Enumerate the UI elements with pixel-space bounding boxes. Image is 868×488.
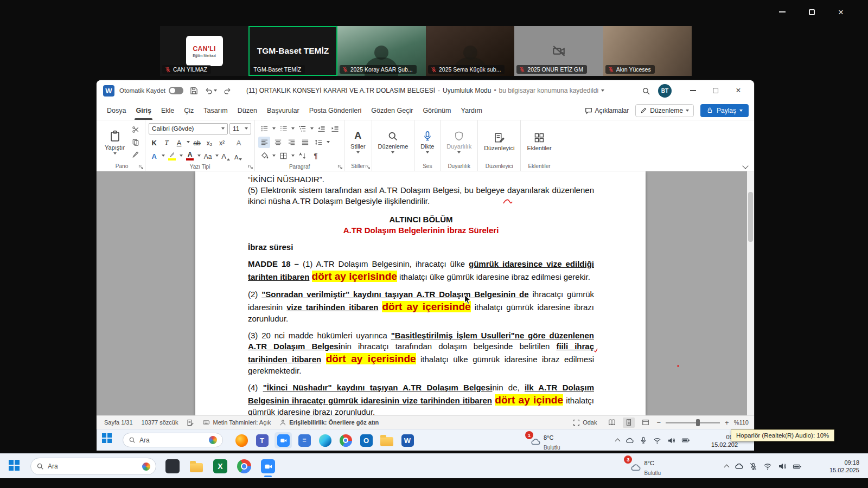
align-right-button[interactable]	[285, 137, 297, 148]
strikethrough-button[interactable]: ab	[192, 137, 202, 148]
comments-button[interactable]: Açıklamalar	[585, 107, 629, 114]
tab-ciz[interactable]: Çiz	[179, 101, 199, 120]
redo-button[interactable]	[224, 87, 232, 95]
editing-mode-button[interactable]: Düzenleme	[635, 104, 694, 117]
wifi-icon[interactable]	[653, 436, 661, 445]
document-page[interactable]: “İKİNCİ NÜSHADIR”. (5) Elektronik sistem…	[195, 171, 646, 415]
tab-dosya[interactable]: Dosya	[102, 101, 131, 120]
italic-button[interactable]: T	[161, 137, 172, 148]
taskbar-excel-icon[interactable]: X	[212, 458, 229, 475]
vertical-scrollbar[interactable]	[747, 171, 754, 415]
font-color-button[interactable]: A	[184, 150, 195, 162]
video-tile-active-speaker[interactable]: TGM-Baset TEMİZ TGM-Baset TEMİZ	[248, 26, 337, 76]
doc-paragraph[interactable]: “İKİNCİ NÜSHADIR”.	[248, 174, 594, 185]
web-layout-button[interactable]	[640, 418, 652, 428]
zoom-level[interactable]: %110	[734, 419, 749, 426]
weather-widget[interactable]: 3 8°CBulutlu	[630, 458, 661, 477]
tab-posta-gonderileri[interactable]: Posta Gönderileri	[304, 101, 367, 120]
tab-gozden-gecir[interactable]: Gözden Geçir	[366, 101, 418, 120]
undo-button[interactable]	[205, 87, 217, 95]
taskbar-teams-icon[interactable]: T	[254, 432, 270, 448]
word-minimize-button[interactable]	[681, 81, 704, 100]
numbered-list-button[interactable]	[277, 123, 289, 134]
volume-icon[interactable]	[778, 462, 787, 471]
collapse-ribbon-chevron-icon[interactable]	[742, 163, 748, 169]
taskbar-word-icon[interactable]: W	[399, 432, 416, 448]
shading-button[interactable]	[258, 150, 270, 162]
video-tile[interactable]: CAN'LI Eğitim Merkezi CAN YILMAZ	[160, 26, 248, 76]
tray-overflow-chevron-icon[interactable]	[615, 439, 621, 444]
zoom-slider[interactable]	[666, 422, 720, 423]
align-left-button[interactable]	[258, 137, 270, 148]
doc-paragraph[interactable]: (4) "İkinci Nüshadır" kaydını taşıyan A.…	[248, 382, 594, 415]
superscript-button[interactable]: x²	[216, 137, 227, 148]
battery-icon[interactable]	[793, 462, 802, 471]
underline-button[interactable]: A	[174, 137, 184, 148]
word-count[interactable]: 10377 sözcük	[137, 419, 183, 426]
paste-button[interactable]: Yapıştır	[102, 129, 127, 156]
bullet-list-button[interactable]	[258, 123, 270, 134]
taskbar-zoom-icon-active[interactable]	[259, 458, 277, 475]
taskbar-zoom-icon-active[interactable]	[275, 432, 292, 448]
cut-button[interactable]	[130, 124, 142, 135]
video-tile[interactable]: 2025 ONUR ETİZ GM	[514, 26, 603, 76]
text-effects-button[interactable]: A	[149, 150, 159, 162]
font-size-select[interactable]: 11	[229, 123, 251, 134]
tab-basvurular[interactable]: Başvurular	[262, 101, 304, 120]
minimize-button[interactable]	[777, 7, 788, 17]
borders-button[interactable]	[277, 150, 289, 162]
change-case-button[interactable]: Aa	[202, 150, 213, 162]
subscript-button[interactable]: x₂	[204, 137, 215, 148]
document-title[interactable]: (11) ORTAKLIK KONSEYİ KARARI VE A.TR DOL…	[246, 87, 604, 94]
addins-button[interactable]: Eklentiler	[524, 131, 554, 152]
accessibility-checker[interactable]: Erişilebilirlik: Önerilere göz atın	[275, 419, 383, 426]
scrollbar-thumb[interactable]	[748, 192, 753, 242]
doc-paragraph[interactable]: (2) "Sonradan verilmiştir" kaydını taşıy…	[248, 289, 594, 324]
editor-button[interactable]: Düzenleyici	[481, 131, 517, 152]
save-button[interactable]	[190, 87, 198, 95]
print-layout-button[interactable]	[623, 418, 635, 428]
taskbar-chrome-icon[interactable]	[337, 432, 354, 448]
battery-icon[interactable]	[681, 436, 690, 445]
close-icon[interactable]: ×	[835, 7, 846, 17]
clear-formatting-button[interactable]: A	[233, 137, 244, 148]
video-tile[interactable]: Akın Yüceses	[603, 26, 692, 76]
copy-button[interactable]	[130, 136, 142, 147]
remote-search-box[interactable]: Ara	[123, 433, 223, 447]
tab-gorunum[interactable]: Görünüm	[418, 101, 456, 120]
search-icon[interactable]	[642, 86, 650, 95]
styles-dialog-launcher[interactable]	[365, 164, 370, 169]
zoom-out-button[interactable]: −	[656, 419, 661, 427]
clipboard-dialog-launcher[interactable]	[138, 164, 143, 169]
taskbar-explorer-icon[interactable]	[379, 432, 395, 448]
autosave-toggle[interactable]	[169, 87, 183, 94]
onedrive-cloud-icon[interactable]	[626, 436, 634, 445]
format-painter-button[interactable]	[130, 149, 142, 160]
tab-tasarim[interactable]: Tasarım	[199, 101, 232, 120]
align-center-button[interactable]	[272, 137, 284, 148]
grow-font-button[interactable]: A	[220, 150, 231, 162]
increase-indent-button[interactable]	[329, 123, 341, 134]
wifi-icon[interactable]	[763, 462, 772, 471]
doc-paragraph[interactable]: MADDE 18 – (1) A.TR Dolaşım Belgesinin, …	[248, 259, 594, 283]
paragraph-dialog-launcher[interactable]	[337, 164, 342, 169]
show-paragraph-marks-button[interactable]: ¶	[310, 150, 322, 162]
justify-button[interactable]	[299, 137, 311, 148]
taskbar-outlook-icon[interactable]: O	[358, 432, 374, 448]
zoom-in-button[interactable]: +	[725, 419, 729, 427]
start-button[interactable]	[9, 460, 20, 471]
taskbar-explorer-icon[interactable]	[188, 458, 205, 475]
restore-button[interactable]	[806, 7, 817, 17]
line-spacing-button[interactable]	[312, 137, 324, 148]
onedrive-cloud-icon[interactable]	[735, 462, 743, 471]
taskbar-calculator-icon[interactable]: =	[296, 432, 312, 448]
video-tile[interactable]: 2025 Sema Küçük sub...	[426, 26, 514, 76]
text-predictions[interactable]: Metin Tahminleri: Açık	[198, 419, 275, 426]
doc-subheading[interactable]: İbraz süresi	[248, 242, 594, 253]
focus-mode-button[interactable]: Odak	[569, 419, 601, 426]
doc-heading[interactable]: ALTINCI BÖLÜM	[248, 214, 594, 225]
decrease-indent-button[interactable]	[315, 123, 327, 134]
read-mode-button[interactable]	[606, 418, 618, 428]
styles-button[interactable]: A Stiller	[348, 129, 368, 155]
multilevel-list-button[interactable]	[296, 123, 308, 134]
